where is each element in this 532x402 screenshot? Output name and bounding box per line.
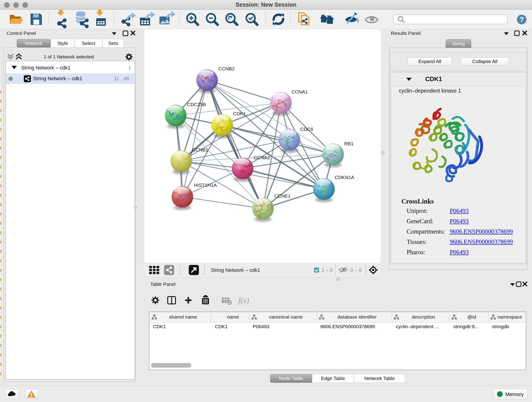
svg-text:1 – 0: 1 – 0 — [322, 267, 333, 273]
svg-text:CDK1: CDK1 — [233, 111, 246, 116]
svg-text:String Network – cdk1: String Network – cdk1 — [211, 267, 260, 273]
svg-text:CCNA1: CCNA1 — [291, 89, 308, 95]
svg-text:f(x): f(x) — [238, 296, 249, 305]
svg-text:CDC25B: CDC25B — [187, 102, 206, 107]
svg-text:RB1: RB1 — [344, 141, 354, 146]
svg-text:0 – 0: 0 – 0 — [350, 267, 361, 273]
svg-text:CCNA2: CCNA2 — [254, 155, 270, 160]
svg-text:CCNE1: CCNE1 — [274, 193, 291, 198]
svg-text:CCNB2: CCNB2 — [218, 66, 234, 71]
svg-text:CCNB1: CCNB1 — [192, 147, 208, 153]
svg-text:CDC6: CDC6 — [300, 127, 313, 132]
svg-text:CDKN1A: CDKN1A — [335, 175, 354, 180]
svg-text:?: ? — [519, 15, 524, 24]
svg-text:HIST1H1A: HIST1H1A — [194, 182, 217, 188]
